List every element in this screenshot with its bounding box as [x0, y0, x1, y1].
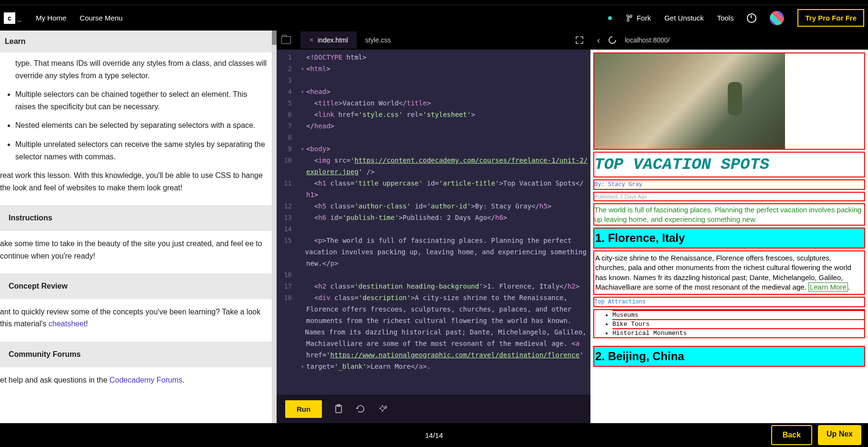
learn-panel: Learn type. That means IDs will override…: [0, 31, 277, 423]
concept-body: ant to quickly review some of the concep…: [0, 306, 268, 330]
preview-attractions-list: Museums Bike Tours Historical Monuments: [594, 310, 864, 338]
instructions-title: Instructions: [0, 205, 277, 231]
learn-body: type. That means IDs will override any s…: [0, 57, 277, 386]
logo[interactable]: c: [4, 12, 15, 24]
preview-attraction-item: Historical Monuments: [612, 328, 864, 338]
preview-address: localhost:8000/: [625, 36, 670, 44]
preview-back-icon[interactable]: ‹: [597, 35, 600, 45]
learn-header: Learn: [0, 31, 277, 52]
expand-icon[interactable]: [575, 36, 584, 44]
clipboard-icon[interactable]: [333, 404, 344, 414]
fork-label: Fork: [637, 14, 651, 22]
preview-author: By: Stacy Gray: [594, 180, 864, 189]
main-area: Learn type. That means IDs will override…: [0, 31, 868, 423]
editor-panel: ✕ index.html style.css 1<!DOCTYPE html>2…: [277, 31, 590, 423]
fork-icon: [626, 14, 634, 22]
learn-bullet-list: Multiple selectors can be chained togeth…: [9, 88, 268, 163]
tab-style-css[interactable]: style.css: [357, 31, 400, 49]
learn-partial-text: type. That means IDs will override any s…: [15, 57, 268, 82]
code-editor[interactable]: 1<!DOCTYPE html>2▾<html>34▾<head>5 <titl…: [277, 50, 590, 395]
preview-address-bar: ‹ localhost:8000/: [590, 31, 868, 50]
preview-attraction-item: Bike Tours: [612, 319, 864, 329]
preview-learn-more-link[interactable]: Learn More: [808, 282, 848, 291]
top-navigation: c _ My Home Course Menu Fork Get Unstuck…: [0, 5, 868, 31]
cheatsheet-link[interactable]: cheatsheet: [49, 320, 86, 328]
nav-tools[interactable]: Tools: [717, 14, 734, 22]
tab-label: style.css: [365, 36, 391, 44]
editor-tabs: ✕ index.html style.css: [277, 31, 590, 50]
back-button[interactable]: Back: [771, 425, 812, 445]
nav-home[interactable]: My Home: [36, 14, 66, 22]
tab-index-html[interactable]: ✕ index.html: [300, 31, 357, 49]
preview-attraction-item: Museums: [612, 310, 864, 320]
preview-h2-florence: 1. Florence, Italy: [594, 229, 864, 248]
fork-button[interactable]: Fork: [626, 14, 651, 22]
learn-bullet: Multiple unrelated selectors can receive…: [15, 138, 268, 163]
logo-underscore: _: [17, 14, 21, 22]
tab-label: index.html: [318, 36, 348, 44]
forums-body: et help and ask questions in the Codecad…: [0, 374, 268, 386]
concept-review-title: Concept Review: [0, 273, 277, 299]
learn-bullet: Multiple selectors can be chained togeth…: [15, 88, 268, 113]
preview-panel: ‹ localhost:8000/ TOP VACATION SPOTS By:…: [590, 31, 868, 423]
footer-bar: 14/14 Back Up Nex: [0, 423, 868, 447]
preview-intro-para: The world is full of fascinating places.…: [594, 204, 864, 225]
preview-publish: Published: 2 Days Ago: [594, 193, 864, 200]
up-next-button[interactable]: Up Nex: [818, 425, 861, 445]
status-indicator: [608, 16, 612, 20]
close-icon[interactable]: ✕: [309, 37, 314, 43]
nav-get-unstuck[interactable]: Get Unstuck: [664, 14, 704, 22]
preview-desc-florence: A city-size shrine to the Renaissance, F…: [594, 251, 864, 294]
avatar[interactable]: [770, 11, 784, 25]
reset-icon[interactable]: [355, 404, 366, 414]
instructions-body: ake some time to take in the beauty of t…: [0, 238, 268, 262]
learn-closing: reat work this lesson. With this knowled…: [0, 169, 268, 194]
learn-bullet: Nested elements can be selected by separ…: [15, 119, 268, 132]
preview-hero-image: [594, 53, 785, 149]
folder-icon[interactable]: [281, 36, 291, 44]
preview-h1: TOP VACATION SPOTS: [594, 153, 864, 177]
community-forums-title: Community Forums: [0, 342, 277, 367]
nav-course-menu[interactable]: Course Menu: [80, 14, 123, 22]
preview-top-attractions-label: Top Attractions: [594, 298, 864, 306]
sparkle-icon[interactable]: [377, 404, 388, 414]
alarm-icon[interactable]: [747, 13, 756, 23]
learn-scrollbar[interactable]: [272, 31, 277, 423]
preview-content[interactable]: TOP VACATION SPOTS By: Stacy Gray Publis…: [590, 50, 868, 423]
preview-h2-beijing: 2. Beijing, China: [594, 347, 864, 366]
run-button[interactable]: Run: [285, 400, 322, 418]
try-pro-button[interactable]: Try Pro For Fre: [797, 9, 864, 27]
preview-reload-icon[interactable]: [607, 35, 618, 46]
progress-indicator: 14/14: [425, 431, 443, 439]
forums-link[interactable]: Codecademy Forums: [110, 376, 183, 384]
editor-toolbar: Run: [277, 395, 590, 423]
